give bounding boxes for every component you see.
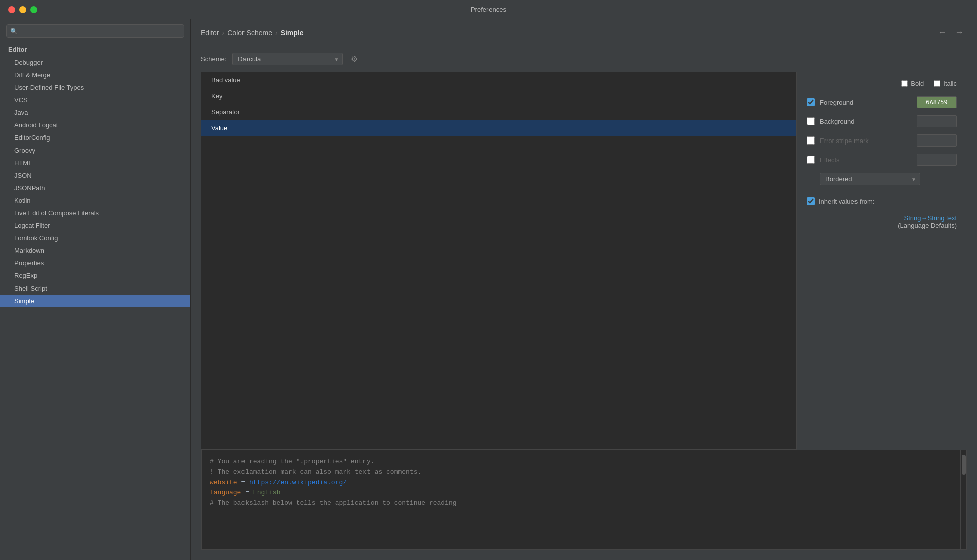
background-checkbox[interactable] xyxy=(807,117,815,125)
inherit-checkbox[interactable] xyxy=(807,197,815,205)
inherit-link-text[interactable]: String text xyxy=(927,214,957,222)
sidebar-item-diff-merge[interactable]: Diff & Merge xyxy=(0,69,190,81)
breadcrumb-editor: Editor xyxy=(201,29,219,37)
error-stripe-label: Error stripe mark xyxy=(820,137,912,145)
italic-checkbox-label[interactable]: Italic xyxy=(934,80,957,87)
minimize-button[interactable] xyxy=(19,6,26,13)
window-title: Preferences xyxy=(471,6,506,13)
search-input[interactable] xyxy=(6,24,184,38)
scheme-label: Scheme: xyxy=(201,55,226,63)
sidebar-item-android-logcat[interactable]: Android Logcat xyxy=(0,119,190,131)
breadcrumb-sep2: › xyxy=(275,29,278,37)
effects-color-swatch[interactable] xyxy=(917,154,957,166)
effects-label: Effects xyxy=(820,156,912,164)
inherit-link[interactable]: String xyxy=(904,214,921,222)
bold-checkbox[interactable] xyxy=(901,80,908,87)
color-list-panel: Bad value Key Separator Value xyxy=(201,72,796,450)
sidebar: 🔍 Editor Debugger Diff & Merge User-Defi… xyxy=(0,19,191,560)
background-color-swatch[interactable] xyxy=(917,115,957,127)
sidebar-list: Debugger Diff & Merge User-Defined File … xyxy=(0,56,190,560)
error-stripe-color-swatch[interactable] xyxy=(917,134,957,147)
scheme-row: Scheme: Darcula IntelliJ Light High Cont… xyxy=(191,46,977,72)
sidebar-item-simple[interactable]: Simple xyxy=(0,295,190,307)
sidebar-item-logcat-filter[interactable]: Logcat Filter xyxy=(0,219,190,232)
sidebar-item-editor-config[interactable]: EditorConfig xyxy=(0,131,190,144)
foreground-checkbox[interactable] xyxy=(807,98,815,106)
inherit-label: Inherit values from: xyxy=(819,198,875,205)
code-value-language: English xyxy=(253,489,281,496)
sidebar-item-java[interactable]: Java xyxy=(0,106,190,119)
properties-panel: Bold Italic Foreground 6A8759 xyxy=(796,72,967,450)
bold-checkbox-label[interactable]: Bold xyxy=(901,80,924,87)
sidebar-item-regexp[interactable]: RegExp xyxy=(0,269,190,282)
code-preview-wrap: # You are reading the ".properties" entr… xyxy=(201,450,967,550)
sidebar-item-markdown[interactable]: Markdown xyxy=(0,244,190,257)
sidebar-item-jsonpath[interactable]: JSONPath xyxy=(0,182,190,194)
sidebar-item-groovy[interactable]: Groovy xyxy=(0,144,190,157)
foreground-label: Foreground xyxy=(820,99,912,106)
foreground-color-value: 6A8759 xyxy=(926,99,947,106)
breadcrumb: Editor › Color Scheme › Simple xyxy=(201,29,304,37)
sidebar-item-kotlin[interactable]: Kotlin xyxy=(0,194,190,207)
bold-italic-row: Bold Italic xyxy=(807,80,957,87)
code-url-website: https://en.wikipedia.org/ xyxy=(249,479,347,486)
breadcrumb-color-scheme: Color Scheme xyxy=(227,29,272,37)
code-line-2: ! The exclamation mark can also mark tex… xyxy=(210,467,952,478)
inherit-sub: (Language Defaults) xyxy=(819,222,957,229)
italic-label: Italic xyxy=(943,80,957,87)
foreground-color-swatch[interactable]: 6A8759 xyxy=(917,96,957,108)
scheme-settings-button[interactable]: ⚙ xyxy=(349,52,360,66)
inherit-row: Inherit values from: xyxy=(807,197,957,205)
code-preview: # You are reading the ".properties" entr… xyxy=(201,450,960,550)
background-row: Background xyxy=(807,115,957,127)
inherit-arrow: → xyxy=(921,214,927,222)
color-item-value[interactable]: Value xyxy=(201,120,796,136)
effects-type-row: Bordered Underline Wave underline Strike… xyxy=(820,173,957,185)
color-item-bad-value[interactable]: Bad value xyxy=(201,72,796,88)
search-wrap: 🔍 xyxy=(6,24,184,38)
code-key-website: website xyxy=(210,479,237,486)
sidebar-item-debugger[interactable]: Debugger xyxy=(0,56,190,69)
breadcrumb-bar: Editor › Color Scheme › Simple ← → xyxy=(191,19,977,46)
error-stripe-checkbox[interactable] xyxy=(807,136,815,145)
search-icon: 🔍 xyxy=(10,28,18,35)
sidebar-item-live-edit[interactable]: Live Edit of Compose Literals xyxy=(0,207,190,219)
effects-type-dropdown[interactable]: Bordered Underline Wave underline Strike… xyxy=(820,173,920,185)
titlebar: Preferences xyxy=(0,0,977,19)
italic-checkbox[interactable] xyxy=(934,80,940,87)
traffic-lights xyxy=(8,6,37,13)
background-label: Background xyxy=(820,118,912,125)
sidebar-header: Editor xyxy=(0,43,190,56)
color-item-separator[interactable]: Separator xyxy=(201,104,796,120)
sidebar-item-user-file-types[interactable]: User-Defined File Types xyxy=(0,81,190,94)
sidebar-item-properties[interactable]: Properties xyxy=(0,257,190,269)
breadcrumb-current: Simple xyxy=(281,29,304,37)
sidebar-item-html[interactable]: HTML xyxy=(0,157,190,169)
sidebar-item-lombok-config[interactable]: Lombok Config xyxy=(0,232,190,244)
scheme-select-wrap: Darcula IntelliJ Light High Contrast Mon… xyxy=(232,53,343,65)
foreground-row: Foreground 6A8759 xyxy=(807,96,957,108)
nav-forward-button[interactable]: → xyxy=(952,26,967,39)
scrollbar-track[interactable] xyxy=(960,450,966,549)
nav-arrows: ← → xyxy=(935,26,967,39)
nav-back-button[interactable]: ← xyxy=(935,26,950,39)
code-key-language: language xyxy=(210,489,241,496)
sidebar-item-vcs[interactable]: VCS xyxy=(0,94,190,106)
scheme-dropdown[interactable]: Darcula IntelliJ Light High Contrast Mon… xyxy=(232,53,343,65)
split-view: Bad value Key Separator Value Bold xyxy=(201,72,967,450)
effects-row: Effects xyxy=(807,154,957,166)
sidebar-item-json[interactable]: JSON xyxy=(0,169,190,182)
close-button[interactable] xyxy=(8,6,15,13)
effects-select-wrap: Bordered Underline Wave underline Strike… xyxy=(820,173,920,185)
sidebar-item-shell-script[interactable]: Shell Script xyxy=(0,282,190,295)
error-stripe-row: Error stripe mark xyxy=(807,134,957,147)
editor-panel: Bad value Key Separator Value Bold xyxy=(191,72,977,560)
color-item-key[interactable]: Key xyxy=(201,88,796,104)
main-layout: 🔍 Editor Debugger Diff & Merge User-Defi… xyxy=(0,19,977,560)
effects-checkbox[interactable] xyxy=(807,156,815,164)
content-area: Editor › Color Scheme › Simple ← → Schem… xyxy=(191,19,977,560)
bold-label: Bold xyxy=(911,80,924,87)
maximize-button[interactable] xyxy=(30,6,37,13)
scrollbar-thumb[interactable] xyxy=(962,455,966,475)
code-line-3: website = https://en.wikipedia.org/ xyxy=(210,478,952,488)
